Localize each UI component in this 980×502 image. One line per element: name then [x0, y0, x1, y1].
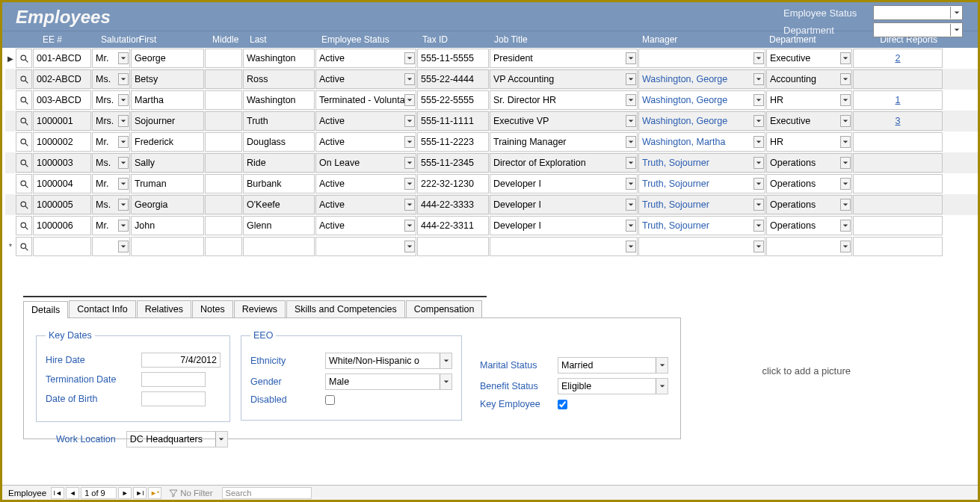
cell-tax[interactable]: 555-11-1111 — [417, 111, 489, 131]
cell-dept[interactable]: HR — [766, 132, 852, 152]
cell-middle[interactable] — [205, 132, 242, 152]
cell-last[interactable]: O'Keefe — [243, 195, 315, 214]
cell-middle[interactable] — [205, 111, 242, 131]
cell-ee[interactable]: 1000006 — [33, 216, 91, 235]
record-position-input[interactable] — [81, 487, 117, 499]
footer-search-input[interactable] — [222, 487, 312, 499]
cell-salutation[interactable]: Mrs. — [92, 90, 130, 110]
filter-dept-select[interactable] — [873, 22, 963, 37]
filter-status-select[interactable] — [873, 5, 963, 20]
cell-manager[interactable]: Washington, George — [638, 111, 765, 131]
cell-last[interactable] — [243, 237, 315, 256]
cell-direct-reports[interactable] — [853, 195, 943, 214]
cell-dept[interactable]: Executive — [766, 49, 852, 68]
cell-status[interactable]: Active — [315, 132, 416, 152]
cell-direct-reports[interactable] — [853, 69, 943, 89]
cell-dept[interactable]: Accounting — [766, 69, 852, 89]
cell-ee[interactable] — [33, 237, 91, 256]
row-search-button[interactable] — [16, 153, 32, 173]
nav-next-button[interactable]: ► — [118, 487, 132, 499]
cell-job[interactable]: Developer I — [490, 216, 638, 235]
dob-field[interactable] — [141, 391, 206, 406]
cell-job[interactable]: Director of Exploration — [490, 153, 638, 173]
work-location-select[interactable]: DC Headquarters — [126, 431, 228, 447]
cell-middle[interactable] — [205, 49, 242, 68]
cell-job[interactable]: Sr. Director HR — [490, 90, 638, 110]
cell-last[interactable]: Washington — [243, 90, 315, 110]
tab-skills[interactable]: Skills and Competencies — [286, 300, 405, 317]
tab-relatives[interactable]: Relatives — [137, 300, 191, 317]
cell-first[interactable]: Martha — [131, 90, 204, 110]
nav-first-button[interactable]: I◄ — [51, 487, 64, 499]
cell-status[interactable]: Terminated - Volunta — [315, 90, 416, 110]
cell-salutation[interactable]: Mr. — [92, 132, 130, 152]
cell-manager[interactable]: Washington, Martha — [638, 132, 765, 152]
cell-dept[interactable] — [766, 237, 852, 256]
tab-details[interactable]: Details — [23, 301, 68, 318]
picture-placeholder[interactable]: click to add a picture — [762, 365, 851, 376]
disabled-checkbox[interactable] — [325, 395, 335, 405]
cell-salutation[interactable]: Ms. — [92, 69, 130, 89]
cell-middle[interactable] — [205, 69, 242, 89]
no-filter-indicator[interactable]: No Filter — [169, 489, 212, 498]
cell-status[interactable]: Active — [315, 216, 416, 235]
cell-first[interactable]: Truman — [131, 174, 204, 193]
row-search-button[interactable] — [16, 90, 32, 110]
cell-status[interactable]: Active — [315, 49, 416, 68]
row-search-button[interactable] — [16, 216, 32, 235]
cell-salutation[interactable]: Mr. — [92, 49, 130, 68]
tab-contact[interactable]: Contact Info — [69, 300, 135, 317]
cell-ee[interactable]: 001-ABCD — [33, 49, 91, 68]
cell-tax[interactable]: 555-22-4444 — [417, 69, 489, 89]
term-date-field[interactable] — [141, 372, 206, 387]
cell-manager[interactable]: Truth, Sojourner — [638, 174, 765, 193]
cell-ee[interactable]: 1000005 — [33, 195, 91, 214]
cell-dept[interactable]: Operations — [766, 153, 852, 173]
cell-tax[interactable]: 444-22-3333 — [417, 195, 489, 214]
row-search-button[interactable] — [16, 237, 32, 256]
cell-ee[interactable]: 1000003 — [33, 153, 91, 173]
cell-salutation[interactable]: Mr. — [92, 174, 130, 193]
cell-manager[interactable]: Truth, Sojourner — [638, 195, 765, 214]
cell-dept[interactable]: Operations — [766, 174, 852, 193]
cell-direct-reports[interactable] — [853, 153, 943, 173]
cell-status[interactable]: Active — [315, 174, 416, 193]
cell-first[interactable] — [131, 237, 204, 256]
row-search-button[interactable] — [16, 195, 32, 214]
cell-middle[interactable] — [205, 90, 242, 110]
cell-status[interactable]: Active — [315, 195, 416, 214]
cell-tax[interactable]: 555-11-2345 — [417, 153, 489, 173]
cell-salutation[interactable] — [92, 237, 130, 256]
nav-last-button[interactable]: ►I — [133, 487, 147, 499]
cell-tax[interactable]: 222-32-1230 — [417, 174, 489, 193]
row-search-button[interactable] — [16, 69, 32, 89]
cell-job[interactable]: VP Accounting — [490, 69, 638, 89]
gender-select[interactable]: Male — [325, 374, 452, 390]
hire-date-field[interactable] — [141, 353, 221, 368]
cell-last[interactable]: Washington — [243, 49, 315, 68]
cell-salutation[interactable]: Ms. — [92, 195, 130, 214]
cell-first[interactable]: Betsy — [131, 69, 204, 89]
cell-job[interactable]: Training Manager — [490, 132, 638, 152]
cell-first[interactable]: Georgia — [131, 195, 204, 214]
row-search-button[interactable] — [16, 132, 32, 152]
cell-direct-reports[interactable] — [853, 132, 943, 152]
cell-last[interactable]: Truth — [243, 111, 315, 131]
cell-last[interactable]: Ross — [243, 69, 315, 89]
cell-direct-reports[interactable] — [853, 216, 943, 235]
cell-first[interactable]: George — [131, 49, 204, 68]
nav-prev-button[interactable]: ◄ — [66, 487, 79, 499]
cell-middle[interactable] — [205, 174, 242, 193]
cell-status[interactable]: Active — [315, 69, 416, 89]
cell-manager[interactable]: Washington, George — [638, 69, 765, 89]
cell-tax[interactable]: 444-22-3311 — [417, 216, 489, 235]
cell-ee[interactable]: 1000004 — [33, 174, 91, 193]
cell-middle[interactable] — [205, 195, 242, 214]
cell-status[interactable]: Active — [315, 111, 416, 131]
ethnicity-select[interactable]: White/Non-Hispanic o — [325, 353, 452, 369]
cell-middle[interactable] — [205, 216, 242, 235]
cell-salutation[interactable]: Mrs. — [92, 111, 130, 131]
cell-last[interactable]: Douglass — [243, 132, 315, 152]
cell-job[interactable]: President — [490, 49, 638, 68]
cell-direct-reports[interactable]: 2 — [853, 49, 943, 68]
